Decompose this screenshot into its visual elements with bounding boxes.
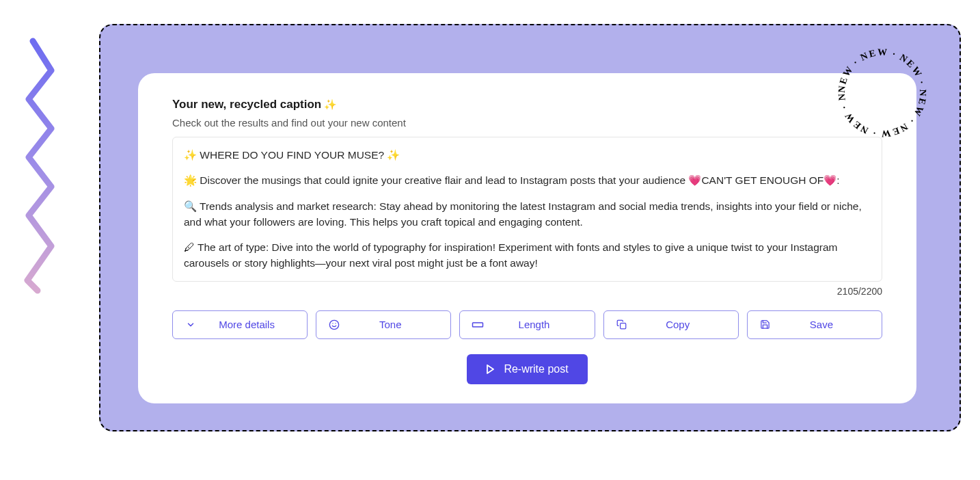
outer-frame: NEW · NEW · NEW · NEW · NEW · NEW · NEW … <box>99 24 961 431</box>
save-button[interactable]: Save <box>747 310 882 339</box>
width-icon <box>471 321 485 329</box>
copy-button[interactable]: Copy <box>603 310 739 339</box>
character-count: 2105/2200 <box>172 286 882 297</box>
caption-card: NEW · NEW · NEW · NEW · NEW · NEW · NEW … <box>138 73 916 403</box>
caption-paragraph: ✨ WHERE DO YOU FIND YOUR MUSE? ✨ <box>184 147 871 163</box>
sparkle-icon: ✨ <box>324 98 337 111</box>
button-label: Copy <box>629 319 727 330</box>
title-text: Your new, recycled caption <box>172 98 321 111</box>
save-icon <box>759 319 772 330</box>
caption-paragraph: 🌟 Discover the musings that could ignite… <box>184 172 871 188</box>
chevron-down-icon <box>184 320 198 330</box>
button-label: Save <box>772 319 871 330</box>
copy-icon <box>615 319 629 330</box>
new-badge: NEW · NEW · NEW · NEW · NEW · NEW · NEW … <box>831 42 934 144</box>
button-label: Tone <box>341 319 439 330</box>
page-subtitle: Check out the results and find out your … <box>172 117 882 129</box>
svg-point-1 <box>330 320 339 329</box>
action-buttons-row: More details Tone <box>172 310 882 339</box>
more-details-button[interactable]: More details <box>172 310 308 339</box>
primary-action-row: Re-write post <box>172 354 882 384</box>
caption-paragraph: 🔍 Trends analysis and market research: S… <box>184 198 871 230</box>
play-icon <box>486 364 494 374</box>
length-button[interactable]: Length <box>459 310 595 339</box>
svg-text:NEW · NEW · NEW · NEW · NEW · : NEW · NEW · NEW · NEW · NEW · NEW · NEW … <box>831 42 928 139</box>
page-title: Your new, recycled caption ✨ <box>172 98 882 111</box>
svg-rect-4 <box>473 323 483 327</box>
tone-button[interactable]: Tone <box>316 310 451 339</box>
button-label: More details <box>198 319 296 330</box>
button-label: Re-write post <box>504 363 568 375</box>
caption-paragraph: 🖊 The art of type: Dive into the world o… <box>184 239 871 271</box>
smile-icon <box>327 319 341 330</box>
button-label: Length <box>485 319 583 330</box>
svg-rect-5 <box>621 323 626 329</box>
rewrite-post-button[interactable]: Re-write post <box>467 354 587 384</box>
svg-marker-6 <box>487 365 493 373</box>
caption-textbox[interactable]: ✨ WHERE DO YOU FIND YOUR MUSE? ✨ 🌟 Disco… <box>172 137 882 282</box>
decorative-squiggle <box>21 38 62 297</box>
